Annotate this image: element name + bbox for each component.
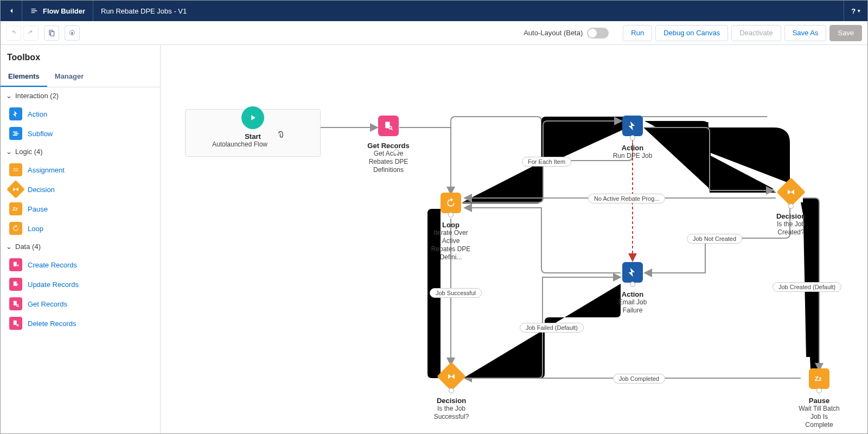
palette-loop[interactable]: Loop: [1, 219, 160, 238]
undo-button[interactable]: [6, 25, 21, 41]
update-records-icon: [9, 278, 22, 291]
run-button[interactable]: Run: [623, 25, 652, 41]
get-records-icon: [378, 116, 399, 136]
svg-rect-8: [14, 321, 17, 325]
node-start[interactable]: Start Autolaunched Flow: [185, 109, 321, 157]
palette-pause[interactable]: ZzPause: [1, 199, 160, 219]
palette-decision[interactable]: Decision: [1, 180, 160, 199]
debug-button[interactable]: Debug on Canvas: [655, 25, 728, 41]
toolbox-tabs: Elements Manager: [1, 67, 160, 87]
edge-job-not-created: Job Not Created: [687, 234, 742, 244]
palette-get-records[interactable]: Get Records: [1, 294, 160, 314]
save-button[interactable]: Save: [829, 25, 862, 41]
edge-no-active-rebate: No Active Rebate Prog...: [588, 194, 665, 203]
deactivate-button[interactable]: Deactivate: [731, 25, 781, 41]
palette-action[interactable]: Action: [1, 104, 160, 124]
create-records-icon: [9, 258, 22, 271]
copy-button[interactable]: [44, 25, 59, 41]
app-name-text: Flow Builder: [43, 7, 85, 15]
node-get-records[interactable]: Get Records Get Active Rebates DPE Defin…: [367, 116, 410, 174]
chevron-down-icon: ⌄: [6, 242, 12, 251]
palette-subflow[interactable]: Subflow: [1, 124, 160, 143]
edges-layer: [161, 45, 867, 433]
header-bar: Flow Builder Run Rebate DPE Jobs - V1 ? …: [1, 1, 867, 21]
action-icon: [622, 262, 643, 283]
tab-manager[interactable]: Manager: [47, 67, 91, 87]
flow-canvas[interactable]: Start Autolaunched Flow Get Records Get …: [161, 45, 867, 433]
auto-layout-toggle[interactable]: [587, 28, 609, 39]
get-records-icon: [9, 297, 22, 310]
palette-update-records[interactable]: Update Records: [1, 275, 160, 294]
decision-icon: [776, 177, 806, 207]
redo-button[interactable]: [23, 25, 39, 41]
assignment-icon: [9, 163, 22, 176]
node-decision-successful[interactable]: Decision Is the Job Successful?: [430, 366, 473, 421]
svg-point-2: [71, 32, 73, 34]
edge-for-each-item: For Each Item: [522, 157, 571, 167]
play-icon: [241, 106, 264, 129]
edge-job-completed: Job Completed: [613, 374, 665, 384]
chevron-down-icon: ⌄: [6, 92, 12, 100]
node-action-run-dpe[interactable]: Action Run DPE Job: [611, 116, 654, 160]
back-button[interactable]: [1, 1, 22, 21]
auto-layout-label: Auto-Layout (Beta): [524, 29, 583, 37]
loop-icon: [9, 222, 22, 235]
chevron-down-icon: ⌄: [6, 148, 12, 156]
node-action-email-failure[interactable]: Action Email Job Failure: [611, 262, 654, 315]
tab-elements[interactable]: Elements: [1, 67, 47, 87]
palette-create-records[interactable]: Create Records: [1, 255, 160, 275]
group-logic[interactable]: ⌄Logic (4): [1, 143, 160, 160]
edge-job-successful: Job Successful: [430, 288, 482, 298]
node-pause[interactable]: Zz Pause Wait Till Batch Job Is Complete: [797, 368, 841, 429]
cursor-icon: [278, 131, 289, 142]
delete-records-icon: [9, 317, 22, 330]
node-decision-created[interactable]: Decision Is the Job Created?: [769, 182, 813, 237]
toolbar: Auto-Layout (Beta) Run Debug on Canvas D…: [1, 21, 867, 45]
group-data[interactable]: ⌄Data (4): [1, 238, 160, 255]
edge-job-created-default: Job Created (Default): [773, 282, 841, 292]
settings-button[interactable]: [65, 25, 80, 41]
saveas-button[interactable]: Save As: [784, 25, 827, 41]
svg-rect-4: [14, 262, 17, 266]
svg-rect-1: [50, 31, 54, 36]
subflow-icon: [9, 127, 22, 140]
svg-text:Zz: Zz: [815, 375, 822, 382]
palette-assignment[interactable]: Assignment: [1, 160, 160, 180]
pause-icon: Zz: [809, 368, 829, 389]
node-loop[interactable]: Loop Iterate Over Active Rebates DPE Def…: [429, 193, 473, 261]
action-icon: [622, 116, 643, 136]
svg-text:Zz: Zz: [12, 207, 17, 212]
auto-layout-toggle-group: Auto-Layout (Beta): [524, 28, 609, 39]
decision-icon: [437, 362, 466, 391]
toolbox-title: Toolbox: [1, 45, 160, 67]
loop-icon: [441, 193, 461, 213]
decision-icon: [7, 180, 25, 199]
app-name: Flow Builder: [22, 1, 93, 21]
svg-rect-6: [14, 301, 17, 305]
group-interaction[interactable]: ⌄Interaction (2): [1, 87, 160, 104]
edge-job-failed-default: Job Failed (Default): [520, 323, 584, 333]
palette-delete-records[interactable]: Delete Records: [1, 314, 160, 333]
toolbox-sidebar: Toolbox Elements Manager ⌄Interaction (2…: [1, 45, 161, 433]
pause-icon: Zz: [9, 202, 22, 215]
action-icon: [9, 107, 22, 120]
help-button[interactable]: ? ▾: [844, 1, 867, 21]
page-title: Run Rebate DPE Jobs - V1: [93, 7, 844, 15]
